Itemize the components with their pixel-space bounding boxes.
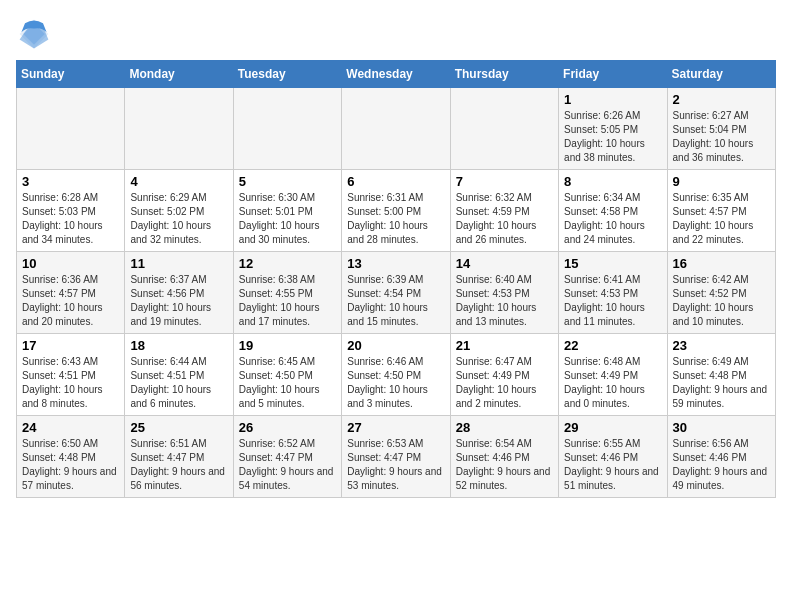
day-info: Sunrise: 6:36 AM Sunset: 4:57 PM Dayligh…: [22, 273, 119, 329]
day-info: Sunrise: 6:42 AM Sunset: 4:52 PM Dayligh…: [673, 273, 770, 329]
week-row: 3Sunrise: 6:28 AM Sunset: 5:03 PM Daylig…: [17, 170, 776, 252]
calendar-cell: 23Sunrise: 6:49 AM Sunset: 4:48 PM Dayli…: [667, 334, 775, 416]
logo-icon: [16, 16, 52, 52]
day-number: 22: [564, 338, 661, 353]
calendar-cell: 5Sunrise: 6:30 AM Sunset: 5:01 PM Daylig…: [233, 170, 341, 252]
calendar-cell: 18Sunrise: 6:44 AM Sunset: 4:51 PM Dayli…: [125, 334, 233, 416]
day-number: 29: [564, 420, 661, 435]
day-header-saturday: Saturday: [667, 61, 775, 88]
week-row: 24Sunrise: 6:50 AM Sunset: 4:48 PM Dayli…: [17, 416, 776, 498]
day-info: Sunrise: 6:26 AM Sunset: 5:05 PM Dayligh…: [564, 109, 661, 165]
day-number: 18: [130, 338, 227, 353]
calendar-cell: [233, 88, 341, 170]
calendar-cell: 11Sunrise: 6:37 AM Sunset: 4:56 PM Dayli…: [125, 252, 233, 334]
calendar-cell: 14Sunrise: 6:40 AM Sunset: 4:53 PM Dayli…: [450, 252, 558, 334]
day-info: Sunrise: 6:49 AM Sunset: 4:48 PM Dayligh…: [673, 355, 770, 411]
day-info: Sunrise: 6:35 AM Sunset: 4:57 PM Dayligh…: [673, 191, 770, 247]
day-info: Sunrise: 6:50 AM Sunset: 4:48 PM Dayligh…: [22, 437, 119, 493]
day-info: Sunrise: 6:27 AM Sunset: 5:04 PM Dayligh…: [673, 109, 770, 165]
day-number: 11: [130, 256, 227, 271]
calendar-cell: 10Sunrise: 6:36 AM Sunset: 4:57 PM Dayli…: [17, 252, 125, 334]
day-info: Sunrise: 6:29 AM Sunset: 5:02 PM Dayligh…: [130, 191, 227, 247]
day-number: 10: [22, 256, 119, 271]
day-number: 9: [673, 174, 770, 189]
header-row: SundayMondayTuesdayWednesdayThursdayFrid…: [17, 61, 776, 88]
calendar-cell: 29Sunrise: 6:55 AM Sunset: 4:46 PM Dayli…: [559, 416, 667, 498]
day-number: 24: [22, 420, 119, 435]
day-number: 20: [347, 338, 444, 353]
day-number: 15: [564, 256, 661, 271]
calendar-cell: 30Sunrise: 6:56 AM Sunset: 4:46 PM Dayli…: [667, 416, 775, 498]
calendar-cell: 4Sunrise: 6:29 AM Sunset: 5:02 PM Daylig…: [125, 170, 233, 252]
day-info: Sunrise: 6:43 AM Sunset: 4:51 PM Dayligh…: [22, 355, 119, 411]
calendar-cell: 2Sunrise: 6:27 AM Sunset: 5:04 PM Daylig…: [667, 88, 775, 170]
calendar-cell: 19Sunrise: 6:45 AM Sunset: 4:50 PM Dayli…: [233, 334, 341, 416]
day-info: Sunrise: 6:41 AM Sunset: 4:53 PM Dayligh…: [564, 273, 661, 329]
calendar-cell: 20Sunrise: 6:46 AM Sunset: 4:50 PM Dayli…: [342, 334, 450, 416]
day-number: 25: [130, 420, 227, 435]
day-info: Sunrise: 6:38 AM Sunset: 4:55 PM Dayligh…: [239, 273, 336, 329]
day-number: 13: [347, 256, 444, 271]
calendar-cell: [17, 88, 125, 170]
day-number: 21: [456, 338, 553, 353]
week-row: 10Sunrise: 6:36 AM Sunset: 4:57 PM Dayli…: [17, 252, 776, 334]
calendar-cell: 12Sunrise: 6:38 AM Sunset: 4:55 PM Dayli…: [233, 252, 341, 334]
day-info: Sunrise: 6:40 AM Sunset: 4:53 PM Dayligh…: [456, 273, 553, 329]
calendar-cell: 27Sunrise: 6:53 AM Sunset: 4:47 PM Dayli…: [342, 416, 450, 498]
calendar-cell: 8Sunrise: 6:34 AM Sunset: 4:58 PM Daylig…: [559, 170, 667, 252]
day-info: Sunrise: 6:54 AM Sunset: 4:46 PM Dayligh…: [456, 437, 553, 493]
page-header: [16, 16, 776, 52]
calendar-cell: 1Sunrise: 6:26 AM Sunset: 5:05 PM Daylig…: [559, 88, 667, 170]
week-row: 1Sunrise: 6:26 AM Sunset: 5:05 PM Daylig…: [17, 88, 776, 170]
day-info: Sunrise: 6:28 AM Sunset: 5:03 PM Dayligh…: [22, 191, 119, 247]
calendar-cell: [125, 88, 233, 170]
day-number: 6: [347, 174, 444, 189]
day-info: Sunrise: 6:46 AM Sunset: 4:50 PM Dayligh…: [347, 355, 444, 411]
day-info: Sunrise: 6:37 AM Sunset: 4:56 PM Dayligh…: [130, 273, 227, 329]
calendar-cell: 9Sunrise: 6:35 AM Sunset: 4:57 PM Daylig…: [667, 170, 775, 252]
day-info: Sunrise: 6:45 AM Sunset: 4:50 PM Dayligh…: [239, 355, 336, 411]
day-number: 30: [673, 420, 770, 435]
day-header-wednesday: Wednesday: [342, 61, 450, 88]
day-info: Sunrise: 6:30 AM Sunset: 5:01 PM Dayligh…: [239, 191, 336, 247]
day-info: Sunrise: 6:39 AM Sunset: 4:54 PM Dayligh…: [347, 273, 444, 329]
calendar-table: SundayMondayTuesdayWednesdayThursdayFrid…: [16, 60, 776, 498]
day-number: 23: [673, 338, 770, 353]
calendar-cell: 25Sunrise: 6:51 AM Sunset: 4:47 PM Dayli…: [125, 416, 233, 498]
calendar-cell: 24Sunrise: 6:50 AM Sunset: 4:48 PM Dayli…: [17, 416, 125, 498]
day-info: Sunrise: 6:31 AM Sunset: 5:00 PM Dayligh…: [347, 191, 444, 247]
day-info: Sunrise: 6:52 AM Sunset: 4:47 PM Dayligh…: [239, 437, 336, 493]
day-info: Sunrise: 6:47 AM Sunset: 4:49 PM Dayligh…: [456, 355, 553, 411]
day-number: 16: [673, 256, 770, 271]
day-number: 3: [22, 174, 119, 189]
day-info: Sunrise: 6:51 AM Sunset: 4:47 PM Dayligh…: [130, 437, 227, 493]
calendar-cell: 16Sunrise: 6:42 AM Sunset: 4:52 PM Dayli…: [667, 252, 775, 334]
day-number: 4: [130, 174, 227, 189]
day-info: Sunrise: 6:48 AM Sunset: 4:49 PM Dayligh…: [564, 355, 661, 411]
day-number: 26: [239, 420, 336, 435]
day-number: 14: [456, 256, 553, 271]
day-header-sunday: Sunday: [17, 61, 125, 88]
day-info: Sunrise: 6:34 AM Sunset: 4:58 PM Dayligh…: [564, 191, 661, 247]
calendar-cell: 13Sunrise: 6:39 AM Sunset: 4:54 PM Dayli…: [342, 252, 450, 334]
day-number: 17: [22, 338, 119, 353]
calendar-cell: 7Sunrise: 6:32 AM Sunset: 4:59 PM Daylig…: [450, 170, 558, 252]
calendar-cell: 6Sunrise: 6:31 AM Sunset: 5:00 PM Daylig…: [342, 170, 450, 252]
calendar-cell: 15Sunrise: 6:41 AM Sunset: 4:53 PM Dayli…: [559, 252, 667, 334]
day-number: 5: [239, 174, 336, 189]
day-info: Sunrise: 6:56 AM Sunset: 4:46 PM Dayligh…: [673, 437, 770, 493]
day-header-monday: Monday: [125, 61, 233, 88]
week-row: 17Sunrise: 6:43 AM Sunset: 4:51 PM Dayli…: [17, 334, 776, 416]
calendar-cell: [342, 88, 450, 170]
calendar-cell: 22Sunrise: 6:48 AM Sunset: 4:49 PM Dayli…: [559, 334, 667, 416]
calendar-cell: 28Sunrise: 6:54 AM Sunset: 4:46 PM Dayli…: [450, 416, 558, 498]
day-number: 28: [456, 420, 553, 435]
calendar-cell: 3Sunrise: 6:28 AM Sunset: 5:03 PM Daylig…: [17, 170, 125, 252]
day-number: 27: [347, 420, 444, 435]
day-number: 1: [564, 92, 661, 107]
day-number: 8: [564, 174, 661, 189]
calendar-cell: 26Sunrise: 6:52 AM Sunset: 4:47 PM Dayli…: [233, 416, 341, 498]
day-number: 2: [673, 92, 770, 107]
logo: [16, 16, 56, 52]
day-number: 12: [239, 256, 336, 271]
